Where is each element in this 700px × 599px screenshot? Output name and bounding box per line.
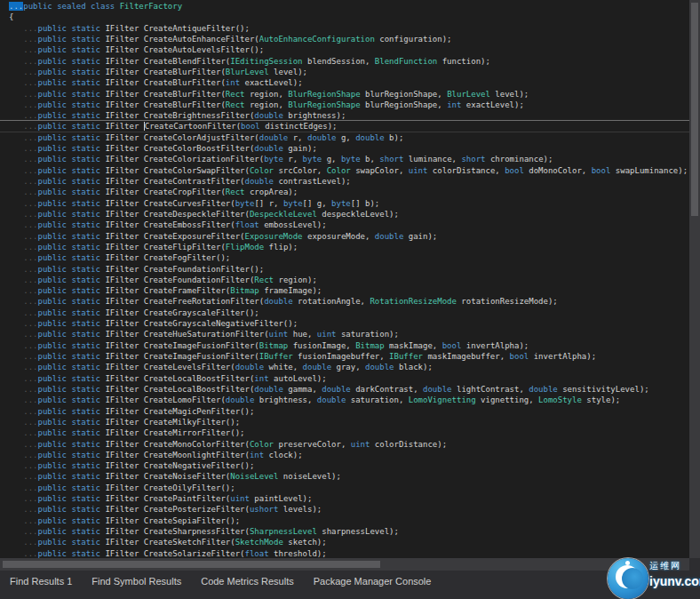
code-line[interactable]: ...public static IFilter CreateCropFilte…: [0, 187, 700, 197]
code-token: ...: [9, 155, 38, 164]
code-line[interactable]: ...public static IFilter CreateAntiqueFi…: [0, 23, 700, 34]
editor-viewport[interactable]: ...public sealed class FilterFactory{ ..…: [0, 0, 700, 558]
code-line[interactable]: ...public static IFilter CreateFoundatio…: [0, 275, 700, 285]
code-line[interactable]: ...public static IFilter CreateBlendFilt…: [0, 56, 700, 67]
code-line[interactable]: ...public static IFilter CreateSharpness…: [0, 526, 700, 537]
code-line[interactable]: ...public static IFilter CreateMoonlight…: [0, 450, 700, 460]
code-line[interactable]: ...public static IFilter CreateGrayscale…: [0, 318, 700, 329]
code-line[interactable]: ...public static IFilter CreateFoundatio…: [0, 264, 700, 275]
code-token: preserveColor,: [274, 440, 351, 449]
code-line[interactable]: ...public static IFilter CreateLocalBoos…: [0, 384, 700, 395]
code-line[interactable]: ...public static IFilter CreatePosterize…: [0, 504, 700, 515]
code-line[interactable]: ...public static IFilter CreateNegativeF…: [0, 460, 700, 471]
horizontal-scrollbar-thumb[interactable]: [3, 561, 380, 568]
tab-package-manager-console[interactable]: Package Manager Console: [304, 571, 441, 591]
code-line[interactable]: ...public static IFilter CreateFreeRotat…: [0, 296, 700, 307]
code-line[interactable]: ...public static IFilter CreateLomoFilte…: [0, 395, 700, 405]
code-token: clock);: [264, 451, 302, 459]
code-token: ...: [9, 308, 38, 317]
code-token: maskImagebuffer,: [423, 352, 510, 361]
code-token: uint: [317, 330, 337, 339]
vertical-scrollbar[interactable]: [689, 0, 700, 558]
code-token: public static: [38, 363, 106, 371]
code-line[interactable]: ...public static IFilter CreateColorSwap…: [0, 165, 700, 176]
code-line-current[interactable]: ...public static IFilter CreateCartoonFi…: [0, 121, 700, 132]
code-token: ...: [9, 472, 38, 481]
code-token: double: [259, 133, 289, 142]
code-line[interactable]: {: [0, 12, 700, 22]
code-line[interactable]: ...public static IFilter CreateOilyFilte…: [0, 483, 700, 493]
tab-find-symbol-results[interactable]: Find Symbol Results: [82, 571, 191, 591]
code-token: byte: [235, 199, 255, 208]
code-line[interactable]: ...public static IFilter CreateImageFusi…: [0, 351, 700, 362]
code-token: IFilter CreatePaintFilter(: [105, 494, 230, 503]
code-line[interactable]: ...public static IFilter CreateBlurFilte…: [0, 77, 700, 88]
code-token: [] b);: [351, 199, 380, 208]
code-token: brightness,: [254, 395, 316, 404]
code-token: IFilter CreateContrastFilter(: [105, 177, 244, 186]
tab-code-metrics-results[interactable]: Code Metrics Results: [191, 571, 304, 591]
watermark: 运维网 iyunv.com: [608, 555, 698, 599]
code-token: uint: [409, 166, 428, 175]
code-token: ...: [9, 319, 38, 328]
code-token: lightContrast,: [452, 385, 529, 394]
code-token: colorDistance);: [370, 440, 447, 449]
code-token: byte: [303, 155, 322, 164]
code-token: function);: [437, 57, 490, 66]
code-line[interactable]: ...public static IFilter CreateDespeckle…: [0, 209, 700, 220]
code-line[interactable]: ...public static IFilter CreateSolarizeF…: [0, 548, 700, 558]
code-token: public static: [38, 155, 106, 164]
code-line[interactable]: ...public static IFilter CreateContrastF…: [0, 176, 700, 187]
code-line[interactable]: ...public static IFilter CreateImageFusi…: [0, 340, 700, 351]
horizontal-scrollbar[interactable]: [0, 558, 689, 571]
code-line[interactable]: ...public static IFilter CreateBrightnes…: [0, 110, 700, 121]
code-line[interactable]: ...public static IFilter CreateAutoLevel…: [0, 44, 700, 55]
code-editor-window: ...public sealed class FilterFactory{ ..…: [0, 0, 700, 599]
code-token: ...: [9, 276, 38, 284]
code-token: FlipMode: [226, 243, 264, 252]
code-line[interactable]: ...public static IFilter CreateHueSatura…: [0, 329, 700, 339]
code-line[interactable]: ...public static IFilter CreateColorBoos…: [0, 143, 700, 154]
code-token: ...: [9, 35, 38, 44]
code-line[interactable]: ...public static IFilter CreateColorAdju…: [0, 132, 700, 143]
code-token: uint: [351, 440, 370, 449]
code-token: bool: [241, 122, 260, 131]
watermark-chinese-text: 运维网: [649, 560, 699, 572]
bottom-panel-tab-bar: Find Results 1 Find Symbol Results Code …: [0, 571, 700, 599]
vertical-scrollbar-thumb[interactable]: [691, 3, 698, 216]
code-line[interactable]: ...public static IFilter CreateFogFilter…: [0, 252, 700, 263]
code-line[interactable]: ...public static IFilter CreateSketchFil…: [0, 537, 700, 547]
code-token: r,: [288, 133, 307, 142]
code-line[interactable]: ...public static IFilter CreateSepiaFilt…: [0, 515, 700, 526]
code-line[interactable]: ...public static IFilter CreateMilkyFilt…: [0, 417, 700, 427]
code-token: BlurLevel: [447, 90, 490, 99]
code-line[interactable]: ...public static IFilter CreateFrameFilt…: [0, 285, 700, 296]
code-token: {: [9, 12, 13, 21]
code-token: levels);: [278, 505, 322, 514]
code-line[interactable]: ...public static IFilter CreateAutoEnhan…: [0, 34, 700, 44]
code-line[interactable]: ...public sealed class FilterFactory: [0, 1, 700, 12]
code-line[interactable]: ...public static IFilter CreateLevelsFil…: [0, 362, 700, 372]
code-line[interactable]: ...public static IFilter CreateMagicPenF…: [0, 406, 700, 417]
code-line[interactable]: ...public static IFilter CreateBlurFilte…: [0, 100, 700, 110]
code-token: bool: [510, 352, 529, 361]
code-token: ...: [9, 265, 38, 274]
code-line[interactable]: ...public static IFilter CreateEmbossFil…: [0, 220, 700, 230]
code-token: IFilter CreateAutoEnhanceFilter(: [105, 35, 259, 44]
code-line[interactable]: ...public static IFilter CreateBlurFilte…: [0, 89, 700, 100]
code-token: flip);: [264, 243, 298, 252]
tab-find-results-1[interactable]: Find Results 1: [0, 571, 82, 591]
code-line[interactable]: ...public static IFilter CreateFlipFilte…: [0, 242, 700, 252]
code-line[interactable]: ...public static IFilter CreateMonoColor…: [0, 439, 700, 450]
code-line[interactable]: ...public static IFilter CreateLocalBoos…: [0, 373, 700, 384]
code-line[interactable]: ...public static IFilter CreateBlurFilte…: [0, 67, 700, 77]
code-token: vignetting,: [476, 395, 538, 404]
code-line[interactable]: ...public static IFilter CreateGrayscale…: [0, 307, 700, 318]
code-line[interactable]: ...public static IFilter CreateExposureF…: [0, 231, 700, 242]
code-token: srcColor,: [274, 166, 327, 175]
code-line[interactable]: ...public static IFilter CreateColorizat…: [0, 154, 700, 164]
code-line[interactable]: ...public static IFilter CreateNoiseFilt…: [0, 471, 700, 482]
code-line[interactable]: ...public static IFilter CreateMirrorFil…: [0, 427, 700, 438]
code-line[interactable]: ...public static IFilter CreateCurvesFil…: [0, 198, 700, 209]
code-line[interactable]: ...public static IFilter CreatePaintFilt…: [0, 493, 700, 504]
